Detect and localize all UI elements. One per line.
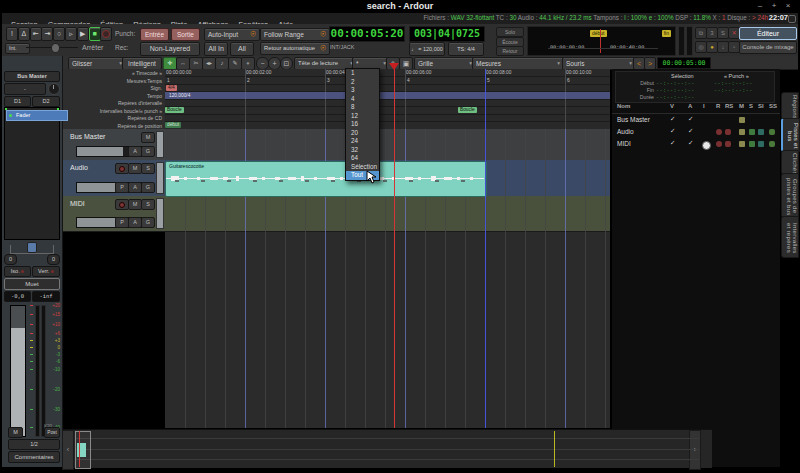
- track-g-button[interactable]: G: [141, 182, 155, 193]
- column-header-s[interactable]: S: [749, 103, 753, 109]
- active-check[interactable]: ✓: [688, 139, 693, 147]
- mute-button[interactable]: Muet: [4, 278, 60, 290]
- dropdown-item-20[interactable]: 20: [346, 129, 379, 138]
- strip-input-button[interactable]: -: [4, 83, 46, 95]
- all-disk-button[interactable]: All Disk: [230, 42, 254, 56]
- solo-lock-button[interactable]: Verr.: [32, 266, 60, 277]
- layered-mode-button[interactable]: Non-Layered: [140, 42, 200, 56]
- indicator-retour[interactable]: Retour: [496, 46, 524, 56]
- track-a-button[interactable]: A: [128, 182, 142, 193]
- dropdown-item-16[interactable]: 16: [346, 120, 379, 129]
- ruler-label[interactable]: Repères d'intervalle: [62, 100, 162, 106]
- route-si-icon[interactable]: [758, 129, 764, 135]
- pan-left-button[interactable]: 0: [4, 254, 17, 265]
- active-check[interactable]: ✓: [688, 115, 693, 123]
- ruler-label[interactable]: « Timecode »: [62, 70, 162, 76]
- dropdown-item-32[interactable]: 32: [346, 146, 379, 155]
- close-button[interactable]: ×: [782, 1, 794, 11]
- comments-button[interactable]: Commentaires: [8, 451, 60, 463]
- metronome-button[interactable]: Δ: [18, 27, 30, 41]
- tab-clich-s[interactable]: Clichés: [781, 150, 799, 175]
- indicator-écoute[interactable]: Écoute: [496, 37, 524, 47]
- strip-button-b[interactable]: D2: [32, 96, 60, 107]
- pan-right-button[interactable]: 0: [47, 254, 60, 265]
- maximize-button[interactable]: +: [768, 1, 780, 11]
- track-name[interactable]: Bus Master: [70, 133, 105, 140]
- ruler-label[interactable]: Tempo: [62, 93, 162, 99]
- table-row[interactable]: MIDI✓✓: [612, 139, 780, 151]
- track-p-button[interactable]: P: [115, 217, 129, 228]
- table-row[interactable]: Bus Master✓✓: [612, 115, 780, 127]
- track-row-bus[interactable]: [165, 129, 610, 161]
- mute-button[interactable]: M: [128, 163, 142, 174]
- punch-in-button[interactable]: Entrée: [140, 28, 169, 41]
- mute-button[interactable]: M: [141, 132, 155, 143]
- column-header-rs[interactable]: RS: [725, 103, 733, 109]
- dropdown-item-2[interactable]: 2: [346, 78, 379, 87]
- route-s-icon[interactable]: [749, 129, 755, 135]
- route-ss-icon[interactable]: [769, 129, 775, 135]
- track-height-scrollbar[interactable]: [156, 162, 164, 194]
- record-enable-button[interactable]: [115, 199, 129, 210]
- ruler-label[interactable]: Mesures:Temps: [62, 78, 162, 84]
- column-header-m[interactable]: M: [739, 103, 744, 109]
- summary-scroll-right-icon[interactable]: ›: [689, 430, 701, 470]
- end-marker[interactable]: fin: [662, 30, 671, 37]
- track-g-button[interactable]: G: [141, 217, 155, 228]
- route-rs-icon[interactable]: [725, 129, 731, 135]
- fader-processor[interactable]: Fader: [6, 110, 68, 121]
- ruler-label[interactable]: Repères de CD: [62, 115, 162, 121]
- route-r-icon[interactable]: [716, 129, 722, 135]
- column-header-nom[interactable]: Nom: [617, 103, 630, 109]
- track-name[interactable]: MIDI: [70, 200, 85, 207]
- record-button[interactable]: [100, 27, 112, 41]
- solo-iso-button[interactable]: Iso.: [4, 266, 31, 277]
- track-a-button[interactable]: A: [128, 146, 142, 157]
- punch-clock[interactable]: --:--:--:--: [714, 80, 753, 86]
- loop-button[interactable]: ○: [53, 27, 65, 41]
- ruler-label[interactable]: Repères de position: [62, 123, 162, 129]
- nudge-clock[interactable]: 00:00:05:00: [657, 57, 711, 69]
- tab-pistes-et-bus[interactable]: Pistes et bus: [781, 118, 800, 152]
- column-header-si[interactable]: SI: [758, 103, 764, 109]
- mixer-window-button[interactable]: Console de mixage: [739, 41, 797, 54]
- indicator-solo[interactable]: Solo: [496, 27, 524, 37]
- peak-display[interactable]: -inf: [32, 291, 60, 302]
- column-header-ss[interactable]: SS: [769, 103, 777, 109]
- tab-intervalles-et-rep-res[interactable]: Intervalles et repères: [781, 216, 799, 258]
- tab-r-gions[interactable]: Régions: [781, 92, 799, 120]
- input-indicator-icon[interactable]: [702, 141, 711, 150]
- dropdown-item-64[interactable]: 64: [346, 154, 379, 163]
- track-p-button[interactable]: P: [115, 182, 129, 193]
- editor-window-button[interactable]: Éditeur: [739, 27, 797, 40]
- minimize-button[interactable]: –: [754, 1, 766, 11]
- route-m-icon[interactable]: [739, 141, 745, 147]
- visible-check[interactable]: ✓: [670, 127, 675, 135]
- meter-point-button[interactable]: Post: [44, 427, 60, 438]
- shuttle-handle[interactable]: [51, 43, 60, 53]
- processor-box[interactable]: Fader: [4, 107, 60, 240]
- track-name[interactable]: Audio: [70, 164, 88, 171]
- sync-source[interactable]: INT/JACK: [330, 44, 354, 50]
- shuttle-mode-select[interactable]: Int.: [5, 43, 30, 54]
- mono-button[interactable]: M: [8, 427, 23, 438]
- session-start-marker[interactable]: début: [165, 122, 181, 128]
- track-height-scrollbar[interactable]: [156, 131, 164, 158]
- solo-button[interactable]: S: [141, 163, 155, 174]
- start-marker[interactable]: début: [590, 30, 607, 37]
- time-signature-button[interactable]: TS: 4/4: [448, 42, 484, 56]
- auto-input-select[interactable]: Auto-Input⦿: [204, 28, 260, 41]
- visible-check[interactable]: ✓: [670, 115, 675, 123]
- trim-knob[interactable]: [48, 83, 60, 95]
- mini-timeline[interactable]: début fin 00:00:00:00 00:00:40:00: [527, 26, 676, 56]
- active-check[interactable]: ✓: [688, 127, 693, 135]
- stop-button[interactable]: ■: [89, 27, 101, 41]
- go-to-start-button[interactable]: ⇤: [30, 27, 42, 41]
- all-in-button[interactable]: All In: [204, 42, 228, 56]
- go-to-end-button[interactable]: ⇥: [41, 27, 53, 41]
- dropdown-item-1[interactable]: 1: [346, 69, 379, 78]
- strip-button-a[interactable]: D1: [4, 96, 31, 107]
- selection-clock[interactable]: --:--:--:--: [656, 94, 695, 100]
- column-header-i[interactable]: I: [703, 103, 705, 109]
- route-si-icon[interactable]: [758, 141, 764, 147]
